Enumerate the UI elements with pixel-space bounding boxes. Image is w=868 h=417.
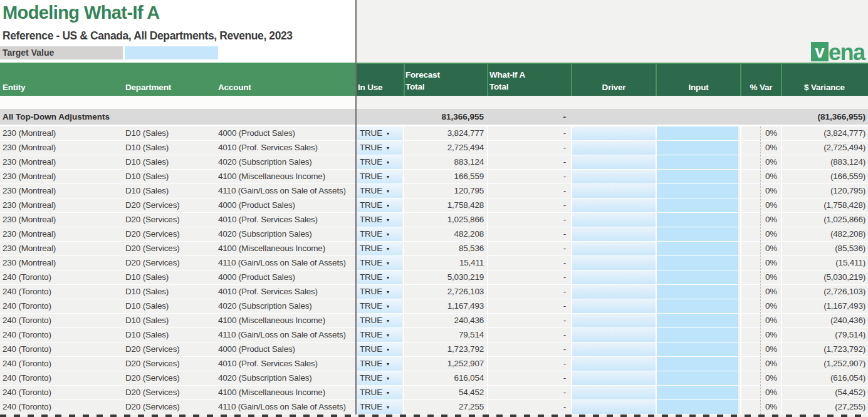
driver-input-cell[interactable] — [572, 213, 656, 227]
in-use-dropdown[interactable]: TRUE▾ — [357, 227, 402, 241]
driver-input-cell[interactable] — [572, 170, 656, 183]
pct-var-cell: 0% — [741, 299, 781, 313]
target-value-input[interactable] — [125, 46, 218, 59]
in-use-dropdown[interactable]: TRUE▾ — [357, 242, 402, 255]
input-cell[interactable] — [657, 328, 738, 342]
input-cell[interactable] — [657, 184, 738, 198]
in-use-dropdown[interactable]: TRUE▾ — [357, 342, 402, 356]
driver-input-cell[interactable] — [572, 270, 656, 284]
driver-input-cell[interactable] — [572, 126, 656, 140]
driver-input-cell[interactable] — [572, 371, 656, 385]
in-use-dropdown[interactable]: TRUE▾ — [357, 184, 402, 198]
whatif-total-cell: - — [488, 141, 571, 155]
driver-input-cell[interactable] — [572, 256, 656, 270]
input-cell[interactable] — [657, 198, 738, 212]
entity-cell: 230 (Montreal) — [3, 141, 122, 155]
input-cell[interactable] — [657, 400, 738, 414]
driver-input-cell[interactable] — [572, 299, 656, 313]
driver-input-cell[interactable] — [572, 400, 656, 414]
in-use-dropdown[interactable]: TRUE▾ — [357, 213, 402, 227]
forecast-total-cell: 616,054 — [404, 371, 487, 385]
input-cell[interactable] — [657, 256, 738, 270]
account-cell: 4010 (Prof. Services Sales) — [218, 285, 355, 299]
in-use-dropdown[interactable]: TRUE▾ — [357, 400, 402, 414]
entity-cell: 240 (Toronto) — [3, 386, 122, 399]
driver-input-cell[interactable] — [572, 155, 656, 169]
forecast-total-cell: 1,758,428 — [404, 198, 487, 212]
in-use-dropdown[interactable]: TRUE▾ — [357, 328, 402, 342]
in-use-dropdown[interactable]: TRUE▾ — [357, 285, 402, 299]
in-use-dropdown[interactable]: TRUE▾ — [357, 170, 402, 183]
account-cell: 4020 (Subscription Sales) — [218, 155, 355, 169]
input-cell[interactable] — [657, 342, 738, 356]
dollar-variance-cell: (3,824,777) — [782, 126, 868, 140]
entity-cell: 240 (Toronto) — [3, 400, 122, 414]
input-cell[interactable] — [657, 213, 738, 227]
dropdown-arrow-icon: ▾ — [387, 285, 389, 299]
in-use-dropdown[interactable]: TRUE▾ — [357, 126, 402, 140]
account-cell: 4000 (Product Sales) — [218, 126, 355, 140]
input-cell[interactable] — [657, 357, 738, 371]
pct-var-cell: 0% — [741, 184, 781, 198]
dollar-variance-cell: (1,723,792) — [782, 342, 868, 356]
input-cell[interactable] — [657, 285, 738, 299]
table-rows: 230 (Montreal)D10 (Sales)4000 (Product S… — [0, 126, 868, 414]
in-use-dropdown[interactable]: TRUE▾ — [357, 299, 402, 313]
driver-input-cell[interactable] — [572, 342, 656, 356]
input-cell[interactable] — [657, 371, 738, 385]
in-use-value: TRUE — [360, 285, 382, 299]
account-cell: 4110 (Gain/Loss on Sale of Assets) — [218, 400, 355, 414]
driver-input-cell[interactable] — [572, 314, 656, 327]
driver-input-cell[interactable] — [572, 357, 656, 371]
department-cell: D20 (Services) — [125, 198, 216, 212]
pct-var-cell: 0% — [741, 141, 781, 155]
driver-input-cell[interactable] — [572, 285, 656, 299]
dropdown-arrow-icon: ▾ — [387, 328, 389, 342]
input-cell[interactable] — [657, 270, 738, 284]
in-use-dropdown[interactable]: TRUE▾ — [357, 198, 402, 212]
group-forecast-total: 81,366,955 — [404, 109, 487, 125]
group-dollar-variance: (81,366,955) — [782, 109, 868, 125]
account-cell: 4020 (Subscription Sales) — [218, 227, 355, 241]
in-use-dropdown[interactable]: TRUE▾ — [357, 357, 402, 371]
in-use-value: TRUE — [360, 357, 382, 371]
input-cell[interactable] — [657, 155, 738, 169]
department-cell: D20 (Services) — [125, 386, 216, 399]
in-use-dropdown[interactable]: TRUE▾ — [357, 270, 402, 284]
in-use-dropdown[interactable]: TRUE▾ — [357, 386, 402, 399]
input-cell[interactable] — [657, 386, 738, 399]
input-cell[interactable] — [657, 227, 738, 241]
table-row: 240 (Toronto)D20 (Services)4010 (Prof. S… — [0, 357, 868, 371]
in-use-dropdown[interactable]: TRUE▾ — [357, 256, 402, 270]
input-cell[interactable] — [657, 170, 738, 183]
table-header-right: In Use Forecast Total What-If A Total Dr… — [356, 63, 868, 96]
clipped-next-row — [0, 414, 868, 417]
input-cell[interactable] — [657, 126, 738, 140]
input-cell[interactable] — [657, 242, 738, 255]
driver-input-cell[interactable] — [572, 184, 656, 198]
dollar-variance-cell: (54,452) — [782, 386, 868, 399]
pct-var-cell: 0% — [741, 328, 781, 342]
driver-input-cell[interactable] — [572, 198, 656, 212]
page-title: Modeling What-If A — [3, 3, 160, 23]
dollar-variance-cell: (5,030,219) — [782, 270, 868, 284]
in-use-dropdown[interactable]: TRUE▾ — [357, 371, 402, 385]
pct-var-cell: 0% — [741, 242, 781, 255]
input-cell[interactable] — [657, 299, 738, 313]
input-cell[interactable] — [657, 141, 738, 155]
driver-input-cell[interactable] — [572, 141, 656, 155]
entity-cell: 240 (Toronto) — [3, 342, 122, 356]
entity-cell: 230 (Montreal) — [3, 155, 122, 169]
in-use-dropdown[interactable]: TRUE▾ — [357, 314, 402, 327]
driver-input-cell[interactable] — [572, 386, 656, 399]
in-use-dropdown[interactable]: TRUE▾ — [357, 141, 402, 155]
in-use-value: TRUE — [360, 198, 382, 212]
driver-input-cell[interactable] — [572, 242, 656, 255]
dollar-variance-cell: (79,514) — [782, 328, 868, 342]
driver-input-cell[interactable] — [572, 328, 656, 342]
driver-input-cell[interactable] — [572, 227, 656, 241]
whatif-total-cell: - — [488, 299, 571, 313]
input-cell[interactable] — [657, 314, 738, 327]
in-use-dropdown[interactable]: TRUE▾ — [357, 155, 402, 169]
table-row: 230 (Montreal)D20 (Services)4020 (Subscr… — [0, 227, 868, 241]
